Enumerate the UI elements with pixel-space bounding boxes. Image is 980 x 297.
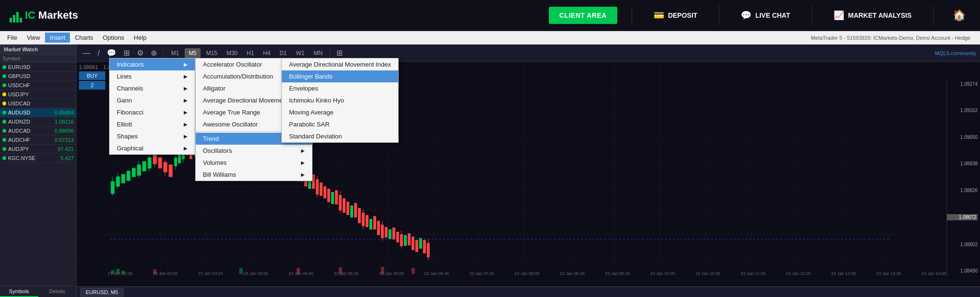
ind-accumulation-label: Accumulation/Distribution: [203, 73, 273, 80]
svg-rect-96: [335, 190, 338, 205]
ind-oscillators[interactable]: Oscillators ▶: [196, 145, 312, 157]
chart-bottom-bar: EURUSD, M5: [77, 286, 980, 297]
trend-psar[interactable]: Parabolic SAR: [282, 118, 398, 130]
svg-rect-94: [327, 189, 330, 202]
pair-tab[interactable]: EURUSD, M5: [80, 288, 123, 297]
menu-lines[interactable]: Lines ▶: [110, 70, 195, 82]
ind-billwilliams[interactable]: Bill Williams ▶: [196, 169, 312, 181]
menu-shapes[interactable]: Shapes ▶: [110, 130, 195, 142]
deposit-nav[interactable]: 💳 DEPOSIT: [646, 10, 704, 21]
svg-rect-118: [404, 235, 407, 246]
trend-ma[interactable]: Moving Average: [282, 106, 398, 118]
tf-h1[interactable]: H1: [243, 49, 257, 57]
ind-awesome-label: Awesome Oscillator: [203, 121, 258, 128]
menu-graphical[interactable]: Graphical ▶: [110, 142, 195, 154]
trend-stddev-label: Standard Deviation: [289, 133, 342, 140]
tf-m1[interactable]: M1: [167, 49, 182, 57]
tool-grid[interactable]: ⊞: [121, 47, 132, 58]
price-labels: 1.09274 1.09162 1.09050 1.08938 1.08826 …: [947, 79, 980, 276]
menu-view[interactable]: View: [22, 33, 45, 43]
tool-text[interactable]: 💬: [104, 47, 119, 58]
tf-mn[interactable]: MN: [311, 49, 326, 57]
list-item[interactable]: KGC.NYSE 5.427: [0, 154, 76, 163]
time-label: 23 Jan 12:05: [786, 271, 811, 276]
menu-gann-label: Gann: [117, 97, 132, 104]
tf-m30[interactable]: M30: [223, 49, 241, 57]
main-layout: Market Watch Symbol EURUSD GBPUSD USDCHF…: [0, 45, 980, 297]
time-label: 23 Jan 05:25: [334, 271, 358, 276]
tf-h4[interactable]: H4: [260, 49, 274, 57]
client-area-button[interactable]: CLIENT AREA: [549, 7, 617, 24]
svg-rect-107: [369, 219, 372, 229]
mql5-link[interactable]: MQL5.community: [935, 50, 976, 56]
list-item[interactable]: AUDNZD 1.08216: [0, 117, 76, 126]
sidebar-column-headers: Symbol: [0, 55, 76, 63]
tf-m15[interactable]: M15: [203, 49, 221, 57]
indicators-arrow: ▶: [184, 62, 188, 67]
trend-envelopes[interactable]: Envelopes: [282, 82, 398, 94]
logo: IC Markets: [10, 8, 78, 23]
chart-area: — / 💬 ⊞ ⚙ ⊕ M1 M5 M15 M30 H1 H4 D1 W1 MN…: [77, 45, 980, 297]
tf-w1[interactable]: W1: [293, 49, 308, 57]
tool-plus[interactable]: ⊕: [148, 47, 159, 58]
tf-d1[interactable]: D1: [276, 49, 290, 57]
symbol-dot: [2, 147, 6, 151]
symbol-price: 0.57213: [55, 137, 74, 143]
market-watch-header: Market Watch: [0, 45, 76, 55]
menu-help[interactable]: Help: [129, 33, 152, 43]
list-item[interactable]: AUDCAD 0.88696: [0, 126, 76, 136]
time-label: 23 Jan 11:25: [741, 271, 766, 276]
list-item[interactable]: GBPUSD: [0, 72, 76, 81]
symbol-name: AUDJPY: [8, 146, 56, 152]
menu-gann[interactable]: Gann ▶: [110, 94, 195, 106]
tf-m5[interactable]: M5: [185, 48, 200, 58]
home-button[interactable]: 🏠: [948, 9, 970, 22]
list-item[interactable]: AUDJPY 97.421: [0, 145, 76, 154]
tool-draw[interactable]: /: [95, 48, 102, 58]
menu-elliott[interactable]: Elliott ▶: [110, 118, 195, 130]
menu-shapes-label: Shapes: [117, 133, 138, 140]
menu-insert[interactable]: Insert: [45, 33, 70, 43]
trend-ichimoku[interactable]: Ichimoku Kinko Hyo: [282, 94, 398, 106]
symbol-price: 0.65804: [55, 110, 74, 115]
tab-symbols[interactable]: Symbols: [0, 286, 38, 297]
list-item[interactable]: EURUSD: [0, 63, 76, 72]
price-label: 1.08490: [947, 268, 978, 274]
list-item[interactable]: AUDUSD 0.65804: [0, 108, 76, 117]
menu-channels[interactable]: Channels ▶: [110, 82, 195, 94]
menu-file[interactable]: File: [2, 33, 22, 43]
trend-stddev[interactable]: Standard Deviation: [282, 130, 398, 142]
list-item[interactable]: AUDCHF 0.57213: [0, 136, 76, 145]
price-high: 1.08661: [79, 64, 98, 70]
list-item[interactable]: USDCHF: [0, 81, 76, 90]
tool-settings[interactable]: ⚙: [134, 47, 146, 58]
menu-charts[interactable]: Charts: [70, 33, 98, 43]
menu-fibonacci[interactable]: Fibonacci ▶: [110, 106, 195, 118]
svg-rect-106: [366, 215, 368, 227]
list-item[interactable]: USDCAD: [0, 99, 76, 108]
symbol-dot: [2, 83, 6, 87]
price-label: 1.08602: [947, 242, 978, 247]
trend-admi[interactable]: Average Directional Movement Index: [282, 58, 398, 70]
trend-envelopes-label: Envelopes: [289, 85, 318, 92]
metatrader-info: MetaTrader 5 - 51593929: ICMarkets-Demo,…: [151, 35, 978, 41]
trend-bollinger[interactable]: Bollinger Bands: [282, 70, 398, 82]
ind-volumes[interactable]: Volumes ▶: [196, 157, 312, 169]
ind-atr-label: Average True Range: [203, 109, 260, 116]
menu-options[interactable]: Options: [98, 33, 129, 43]
logo-bar-3: [16, 12, 19, 23]
tool-expand[interactable]: ⊞: [334, 47, 345, 58]
menu-indicators[interactable]: Indicators ▶: [110, 58, 195, 70]
nav-divider-4: [933, 6, 934, 25]
tab-details[interactable]: Details: [38, 286, 77, 297]
oscillators-arrow: ▶: [301, 148, 305, 153]
svg-rect-102: [354, 203, 357, 217]
svg-rect-109: [377, 221, 380, 235]
tool-line[interactable]: —: [80, 48, 93, 58]
svg-rect-114: [392, 228, 395, 240]
list-item[interactable]: USDJPY: [0, 90, 76, 99]
live-chat-nav[interactable]: 💬 LIVE CHAT: [734, 10, 797, 21]
trend-dropdown: Average Directional Movement Index Bolli…: [281, 58, 399, 143]
time-label: 23 Jan 02:45: [153, 271, 178, 276]
market-analysis-nav[interactable]: 📈 MARKET ANALYSIS: [826, 10, 919, 21]
